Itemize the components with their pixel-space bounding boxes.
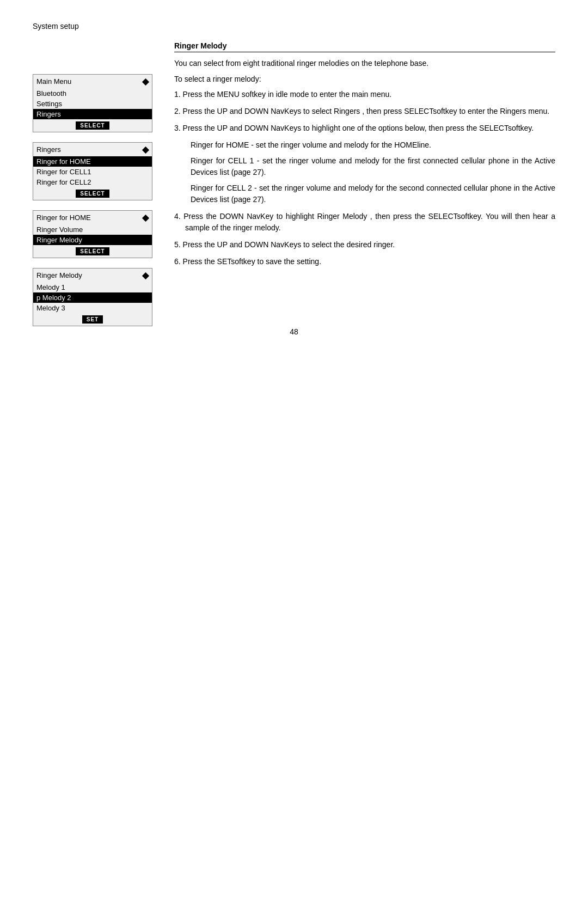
menu-header-4: Ringer Melody ◆ <box>33 269 152 282</box>
menu-footer-4: SET <box>33 313 152 326</box>
step-6-text: Press the SETsoftkey to save the setting… <box>183 257 321 266</box>
menu-box-4: Ringer Melody ◆ Melody 1 p Melody 2 Melo… <box>33 268 152 326</box>
nav-arrow-4: ◆ <box>142 270 149 280</box>
menu-header-3: Ringer for HOME ◆ <box>33 211 152 224</box>
menu-item-2-home: Ringer for HOME <box>33 156 152 167</box>
step-1: 1. Press the MENU softkey in idle mode t… <box>174 89 555 100</box>
menu-item-1-settings: Settings <box>33 99 152 109</box>
step-2-text: Press the UP and DOWN NavKeys to select … <box>183 107 550 115</box>
page-number: 48 <box>0 327 588 336</box>
menu-title-3: Ringer for HOME <box>36 213 91 222</box>
nav-arrow-2: ◆ <box>142 144 149 155</box>
step-3: 3. Press the UP and DOWN NavKeys to high… <box>174 123 555 134</box>
content-area: Main Menu ◆ Bluetooth Settings Ringers S… <box>33 41 555 336</box>
menu-box-2: Ringers ◆ Ringer for HOME Ringer for CEL… <box>33 142 152 200</box>
menu-item-2-cell2: Ringer for CELL2 <box>33 177 152 187</box>
menu-box-3: Ringer for HOME ◆ Ringer Volume Ringer M… <box>33 210 152 258</box>
indent-para-1: Ringer for HOME - set the ringer volume … <box>191 139 555 151</box>
indent-para-3: Ringer for CELL 2 - set the ringer volum… <box>191 182 555 205</box>
menu-title-4: Ringer Melody <box>36 271 82 279</box>
step-4-text: Press the DOWN NavKey to highlight Ringe… <box>183 212 555 232</box>
right-panel: Ringer Melody You can select from eight … <box>174 41 555 336</box>
menu-box-1: Main Menu ◆ Bluetooth Settings Ringers S… <box>33 74 152 132</box>
set-btn-4[interactable]: SET <box>82 315 103 324</box>
menu-title-1: Main Menu <box>36 77 71 86</box>
nav-arrow-1: ◆ <box>142 76 149 87</box>
nav-arrow-3: ◆ <box>142 212 149 223</box>
steps-list-2: 4. Press the DOWN NavKey to highlight Ri… <box>174 211 555 267</box>
menu-item-1-ringers: Ringers <box>33 109 152 119</box>
left-panel: Main Menu ◆ Bluetooth Settings Ringers S… <box>33 74 152 336</box>
select-btn-1[interactable]: SELECT <box>76 121 109 130</box>
menu-footer-1: SELECT <box>33 119 152 132</box>
section-title: Ringer Melody <box>174 41 555 52</box>
indent-block-after-step3: Ringer for HOME - set the ringer volume … <box>174 139 555 205</box>
menu-item-3-volume: Ringer Volume <box>33 224 152 235</box>
step-3-text: Press the UP and DOWN NavKeys to highlig… <box>183 124 534 132</box>
menu-item-4-melody2: p Melody 2 <box>33 292 152 303</box>
menu-item-4-melody1: Melody 1 <box>33 282 152 292</box>
menu-item-1-bluetooth: Bluetooth <box>33 88 152 99</box>
page: System setup Main Menu ◆ Bluetooth Setti… <box>0 0 588 358</box>
system-setup-label: System setup <box>33 22 555 30</box>
menu-footer-2: SELECT <box>33 187 152 200</box>
sub-heading: To select a ringer melody: <box>174 75 555 83</box>
step-5-text: Press the UP and DOWN NavKeys to select … <box>183 240 395 249</box>
menu-header-2: Ringers ◆ <box>33 143 152 156</box>
description1: You can select from eight traditional ri… <box>174 58 555 69</box>
menu-item-3-melody: Ringer Melody <box>33 235 152 245</box>
select-btn-2[interactable]: SELECT <box>76 190 109 198</box>
step-1-text: Press the MENU softkey in idle mode to e… <box>183 90 392 99</box>
step-5: 5. Press the UP and DOWN NavKeys to sele… <box>174 239 555 251</box>
indent-para-2: Ringer for CELL 1 - set the ringer volum… <box>191 155 555 178</box>
step-6: 6. Press the SETsoftkey to save the sett… <box>174 256 555 267</box>
menu-footer-3: SELECT <box>33 245 152 258</box>
step-4: 4. Press the DOWN NavKey to highlight Ri… <box>174 211 555 234</box>
select-btn-3[interactable]: SELECT <box>76 247 109 255</box>
menu-title-2: Ringers <box>36 145 61 154</box>
menu-item-4-melody3: Melody 3 <box>33 303 152 313</box>
steps-list: 1. Press the MENU softkey in idle mode t… <box>174 89 555 134</box>
step-2: 2. Press the UP and DOWN NavKeys to sele… <box>174 106 555 117</box>
menu-item-2-cell1: Ringer for CELL1 <box>33 167 152 177</box>
menu-header-1: Main Menu ◆ <box>33 75 152 88</box>
